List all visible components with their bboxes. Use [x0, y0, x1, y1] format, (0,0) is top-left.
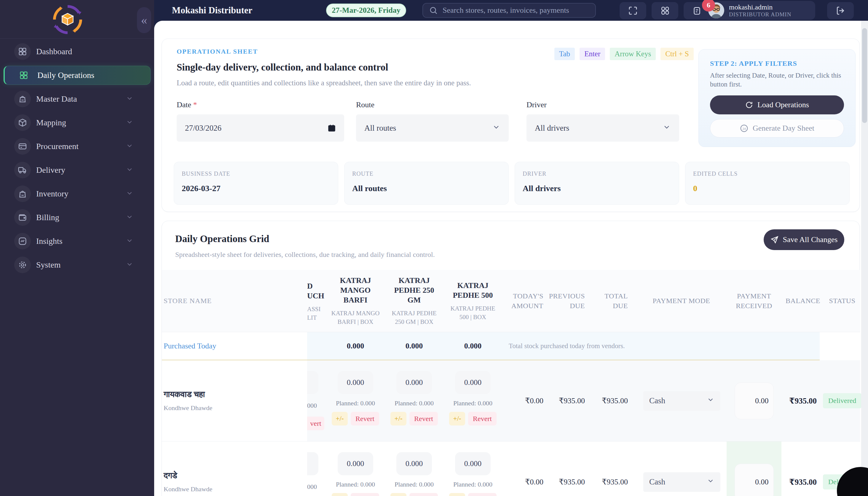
adjust-button[interactable]: +/-: [391, 493, 407, 496]
qty-input[interactable]: 0.000: [396, 371, 432, 394]
cube-icon: [14, 114, 31, 131]
clipped-sub-fragment: LIT: [307, 313, 324, 322]
qty-input[interactable]: 0.000: [338, 452, 373, 475]
purchased-today-label[interactable]: Purchased Today: [164, 342, 216, 351]
adjust-button[interactable]: +/-: [332, 412, 348, 425]
sidebar-item-label: Billing: [36, 213, 59, 222]
page-scrollbar[interactable]: [861, 21, 868, 496]
payment-mode-cell: Cash: [636, 360, 727, 441]
payment-received-input[interactable]: 0.00: [735, 464, 774, 496]
driver-label: Driver: [527, 100, 547, 109]
sidebar-item-mapping[interactable]: Mapping: [3, 113, 151, 132]
sidebar-item-daily-operations[interactable]: Daily Operations: [3, 66, 151, 85]
adjust-button[interactable]: +/-: [332, 493, 348, 496]
clipped-revert-fragment[interactable]: vert: [307, 417, 324, 430]
logout-icon: [836, 6, 845, 15]
route-select[interactable]: All routes: [356, 114, 509, 142]
scrollbar-thumb[interactable]: [862, 28, 867, 123]
payment-received-input[interactable]: 0.00: [735, 383, 774, 419]
revert-button[interactable]: Revert: [468, 412, 497, 425]
chevron-down-icon: [126, 213, 133, 222]
summary-business-date: BUSINESS DATE 2026-03-27: [174, 162, 338, 205]
qty-input[interactable]: 0.000: [455, 452, 491, 475]
sidebar-item-dashboard[interactable]: Dashboard: [3, 42, 151, 61]
summary-label: BUSINESS DATE: [182, 170, 330, 177]
sidebar-item-label: Delivery: [36, 165, 65, 175]
sidebar-item-inventory[interactable]: Inventory: [3, 184, 151, 203]
payment-mode-cell: Cash: [636, 441, 727, 496]
sidebar-item-label: Master Data: [36, 94, 77, 104]
chevron-down-icon: [126, 94, 133, 104]
sidebar-item-billing[interactable]: Billing: [3, 208, 151, 227]
search-input[interactable]: [443, 6, 589, 15]
revert-button[interactable]: Revert: [468, 493, 497, 496]
store-cell: गायकवाड चहा Kondhwe Dhawde: [162, 360, 307, 441]
sidebar-item-label: Mapping: [36, 118, 66, 127]
grid-subtitle: Spreadsheet-style sheet for deliveries, …: [175, 251, 435, 259]
sidebar-item-label: Insights: [36, 236, 63, 246]
revert-button[interactable]: Revert: [351, 493, 379, 496]
summary-driver: DRIVER All drivers: [515, 162, 679, 205]
qty-planned: Planned: 0.000: [395, 481, 434, 488]
adjust-button[interactable]: +/-: [449, 493, 465, 496]
daily-operations-grid-card: Daily Operations Grid Spreadsheet-style …: [162, 221, 860, 496]
sidebar-collapse-button[interactable]: «: [137, 7, 151, 33]
summary-cards: BUSINESS DATE 2026-03-27 ROUTE All route…: [174, 162, 850, 205]
qty-input[interactable]: 0.000: [338, 371, 373, 394]
payment-mode-value: Cash: [649, 396, 665, 405]
driver-select[interactable]: All drivers: [527, 114, 679, 142]
brand-logo-icon: [51, 3, 84, 36]
purchased-today-values: 0.000 0.000 0.000 Total stock purchased …: [307, 332, 820, 360]
revert-button[interactable]: Revert: [409, 412, 438, 425]
send-icon: [771, 235, 779, 244]
revert-button[interactable]: Revert: [351, 412, 379, 425]
clipped-title-fragment: D: [307, 281, 324, 291]
store-area: Kondhwe Dhawde: [164, 404, 307, 412]
sidebar-item-insights[interactable]: Insights: [3, 232, 151, 251]
sheet-title: Single-day delivery, collection, and bal…: [177, 62, 388, 73]
purchased-today-row: Purchased Today 0.000 0.000 0.000 Total …: [162, 332, 860, 360]
route-label: Route: [356, 100, 375, 109]
hint-arrow-keys: Arrow Keys: [610, 48, 656, 60]
wallet-icon: [14, 209, 31, 226]
fullscreen-button[interactable]: [620, 2, 646, 19]
trend-chart-icon: [14, 233, 31, 249]
qty-cell-product-3: 0.000 Planned: 0.000 +/- Revert: [443, 441, 502, 496]
driver-value: All drivers: [535, 124, 569, 133]
chevron-down-icon: [663, 123, 671, 133]
col-header-payment-mode: PAYMENT MODE: [636, 270, 727, 332]
global-search[interactable]: [423, 3, 596, 18]
revert-button[interactable]: Revert: [409, 493, 438, 496]
payment-mode-select[interactable]: Cash: [643, 472, 720, 492]
load-operations-button[interactable]: Load Operations: [710, 95, 844, 114]
generate-day-sheet-button[interactable]: 24 Generate Day Sheet: [710, 119, 844, 138]
grid-title: Daily Operations Grid: [175, 233, 269, 245]
qty-input[interactable]: 0.000: [396, 452, 432, 475]
bag-icon: [14, 91, 31, 107]
payment-received-cell: 0.00: [727, 441, 781, 496]
sheet-subtitle: Load a route, edit quantities and collec…: [177, 79, 471, 87]
adjust-button[interactable]: +/-: [391, 412, 407, 425]
sidebar-item-label: System: [36, 260, 60, 269]
summary-route: ROUTE All routes: [344, 162, 509, 205]
summary-label: DRIVER: [523, 170, 671, 177]
clipped-qty-cell: 000 vert: [307, 360, 326, 441]
payment-mode-select[interactable]: Cash: [643, 391, 720, 411]
total-due-cell: ₹935.00: [593, 360, 636, 441]
qty-planned: Planned: 0.000: [336, 481, 375, 488]
logout-button[interactable]: [827, 2, 854, 19]
user-menu[interactable]: mokashi.admin DISTRIBUTOR ADMIN: [704, 1, 815, 20]
purchased-value: 0.000: [385, 342, 443, 351]
date-input[interactable]: 27/03/2026: [177, 114, 344, 142]
purchased-note: Total stock purchased today from vendors…: [509, 342, 625, 350]
save-all-changes-button[interactable]: Save All Changes: [764, 229, 844, 250]
qty-input[interactable]: 0.000: [455, 371, 491, 394]
sidebar-item-system[interactable]: System: [3, 255, 151, 274]
chevron-down-icon: [126, 118, 133, 127]
chevron-down-icon: [126, 237, 133, 246]
apps-grid-button[interactable]: [652, 2, 678, 19]
sidebar-item-master-data[interactable]: Master Data: [3, 90, 151, 108]
sidebar-item-procurement[interactable]: Procurement: [3, 137, 151, 156]
sidebar-item-delivery[interactable]: Delivery: [3, 160, 151, 180]
adjust-button[interactable]: +/-: [449, 412, 465, 425]
